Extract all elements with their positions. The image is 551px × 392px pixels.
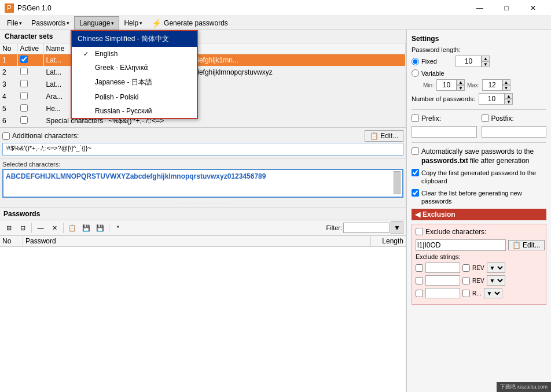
min-increment-button[interactable]: ▲ <box>457 79 465 85</box>
char-active-checkbox[interactable] <box>20 80 28 87</box>
exclude-chars-edit-button[interactable]: 📋 Edit... <box>508 240 545 250</box>
postfix-checkbox[interactable] <box>482 114 489 122</box>
num-increment-button[interactable]: ▲ <box>505 93 513 99</box>
rev-checkbox-3[interactable] <box>462 290 470 297</box>
selected-chars-scrollbar[interactable] <box>393 170 401 197</box>
exclude-chars-checkbox-row: Exclude characters: <box>416 228 542 236</box>
table-row[interactable]: 5 He... ...CDEF <box>0 103 406 115</box>
min-spinbox: ▲ ▼ <box>436 79 465 91</box>
add-password-button[interactable]: ⊞ <box>2 221 15 234</box>
char-row-active[interactable] <box>17 79 43 91</box>
max-spinbox-buttons: ▲ ▼ <box>502 79 510 91</box>
passwords-section-header: Passwords <box>0 208 406 220</box>
char-row-no: 2 <box>0 66 17 79</box>
rev-dropdown-3[interactable]: ▼ <box>484 288 502 298</box>
file-menu[interactable]: File ▾ <box>2 16 27 30</box>
exclude-string-checkbox-2[interactable] <box>416 277 423 284</box>
exclude-string-input-1[interactable] <box>425 262 460 273</box>
generate-passwords-button[interactable]: ⚡ Generate passwords <box>147 17 233 29</box>
postfix-label: Postfix: <box>491 114 514 123</box>
max-increment-button[interactable]: ▲ <box>502 79 510 85</box>
char-active-checkbox[interactable] <box>20 56 28 63</box>
max-spinbox: ▲ ▼ <box>482 79 510 91</box>
prefix-input[interactable] <box>412 126 477 138</box>
help-menu[interactable]: Help ▾ <box>119 16 147 30</box>
char-row-active[interactable] <box>17 103 43 115</box>
num-passwords-spinbox-buttons: ▲ ▼ <box>505 93 513 105</box>
table-row[interactable]: 4 Ara... <box>0 91 406 103</box>
variable-radio[interactable] <box>412 69 419 77</box>
filter-button[interactable]: ▼ <box>391 221 403 234</box>
char-row-active[interactable] <box>17 66 43 79</box>
passwords-menu[interactable]: Passwords ▾ <box>27 16 74 30</box>
table-row[interactable]: 2 Lat... ...MNOPQRSTUVWXYZabcdefghijklmn… <box>0 66 406 79</box>
col-header-no: No <box>0 43 17 54</box>
fixed-decrement-button[interactable]: ▼ <box>482 61 490 67</box>
rev-checkbox-2[interactable] <box>462 277 470 284</box>
exclude-chars-input[interactable] <box>416 239 506 251</box>
prefix-checkbox[interactable] <box>412 114 419 122</box>
maximize-button[interactable]: □ <box>493 0 520 16</box>
min-value-input[interactable] <box>436 79 457 91</box>
language-menu[interactable]: Language ▾ <box>74 16 119 30</box>
char-active-checkbox[interactable] <box>20 116 28 124</box>
fixed-spinbox-buttons: ▲ ▼ <box>482 56 490 67</box>
rev-dropdown-1[interactable]: ▼ <box>487 262 505 273</box>
fixed-label: Fixed <box>421 58 453 65</box>
pw-col-header-no: No <box>0 236 23 246</box>
variable-row: Variable <box>412 69 546 77</box>
polish-label: Polish - Polski <box>95 93 138 101</box>
char-row-active[interactable] <box>17 91 43 103</box>
postfix-input[interactable] <box>482 126 547 138</box>
fixed-increment-button[interactable]: ▲ <box>482 56 490 61</box>
filter-input[interactable] <box>343 223 390 233</box>
clear-list-row: Clear the list before generating new pas… <box>412 189 546 206</box>
app-icon: P <box>5 3 14 13</box>
remove-button[interactable]: — <box>34 221 47 234</box>
delete-button[interactable]: ✕ <box>48 221 61 234</box>
additional-chars-checkbox[interactable] <box>2 132 10 140</box>
table-row[interactable]: 1 Lat... ...MNOPQRSTUVWXYZabcdefghijk1mn… <box>0 54 406 66</box>
fixed-value-input[interactable] <box>456 56 482 67</box>
num-passwords-row: Number of passwords: ▲ ▼ <box>412 93 546 105</box>
language-item-greek[interactable]: Greek - Ελληνικά <box>72 61 197 75</box>
save-button[interactable]: 💾 <box>80 221 93 234</box>
num-decrement-button[interactable]: ▼ <box>505 99 513 105</box>
table-row[interactable]: 6 Special characters ~%$&()'*+,-./;:<=> <box>0 115 406 127</box>
auto-save-checkbox[interactable] <box>412 147 419 155</box>
save-as-button[interactable]: 💾 <box>94 221 106 234</box>
minimize-button[interactable]: — <box>466 0 493 16</box>
copy-button[interactable]: 📋 <box>66 221 79 234</box>
clear-list-checkbox[interactable] <box>412 189 419 197</box>
fixed-spinbox: ▲ ▼ <box>456 56 490 67</box>
table-row[interactable]: 3 Lat... mnopqrstuvwxyz <box>0 79 406 91</box>
language-item-polish[interactable]: Polish - Polski <box>72 90 197 104</box>
max-value-input[interactable] <box>482 79 502 91</box>
num-passwords-label: Number of passwords: <box>412 95 475 102</box>
language-item-japanese[interactable]: Japanese - 日本語 <box>72 75 197 90</box>
rev-dropdown-2[interactable]: ▼ <box>487 275 505 286</box>
add-set-button[interactable]: ⊟ <box>16 221 29 234</box>
fixed-radio[interactable] <box>412 58 419 65</box>
char-active-checkbox[interactable] <box>20 92 28 99</box>
num-passwords-input[interactable] <box>479 93 505 105</box>
exclude-string-checkbox-3[interactable] <box>416 290 423 297</box>
asterisk-button[interactable]: * <box>112 221 124 234</box>
min-decrement-button[interactable]: ▼ <box>457 85 465 91</box>
additional-chars-label: Additional characters: <box>12 132 79 140</box>
char-active-checkbox[interactable] <box>20 68 28 75</box>
rev-checkbox-1[interactable] <box>462 264 470 272</box>
language-item-russian[interactable]: Russian - Русский <box>72 104 197 118</box>
max-decrement-button[interactable]: ▼ <box>502 85 510 91</box>
exclude-string-input-3[interactable] <box>425 288 460 298</box>
exclude-string-input-2[interactable] <box>425 275 460 286</box>
language-item-english[interactable]: ✓ English <box>72 47 197 61</box>
char-row-active[interactable] <box>17 54 43 66</box>
exclude-chars-checkbox[interactable] <box>416 228 423 235</box>
char-active-checkbox[interactable] <box>20 104 28 112</box>
copy-first-checkbox[interactable] <box>412 169 419 176</box>
additional-chars-edit-button[interactable]: 📋 Edit... <box>365 130 403 142</box>
close-button[interactable]: ✕ <box>520 0 546 16</box>
char-row-active[interactable] <box>17 115 43 127</box>
exclude-string-checkbox-1[interactable] <box>416 264 423 272</box>
